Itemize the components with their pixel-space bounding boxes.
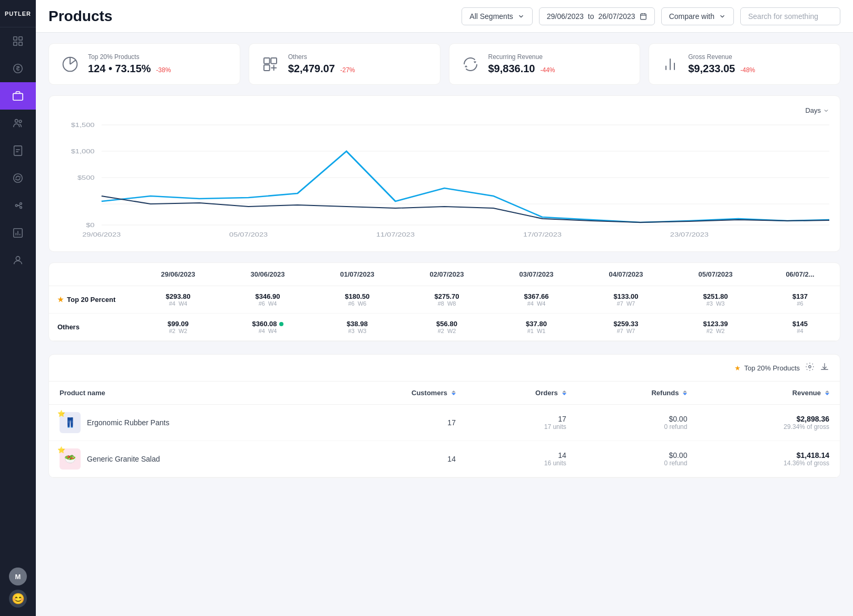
products-table: Product name Customers — [49, 382, 840, 477]
content-area: Top 20% Products 124 • 73.15% -38% Other… — [36, 33, 853, 616]
metric-value-recurring: $9,836.10 — [488, 63, 535, 75]
chevron-down-icon-compare — [719, 13, 726, 20]
sort-icon-orders — [562, 390, 566, 395]
star-badge-1: ⭐ — [57, 446, 65, 454]
metric-label-recurring: Recurring Revenue — [488, 53, 555, 61]
gross-icon — [660, 54, 681, 75]
sidebar-item-dashboard[interactable] — [0, 27, 36, 55]
search-input[interactable]: Search for something — [740, 7, 840, 25]
chart-section: Days $1,500 $1,000 $500 $0 — [48, 95, 840, 252]
app-logo: PUTLER — [0, 0, 36, 27]
header: Products All Segments 29/06/2023 to 26/0… — [36, 0, 853, 33]
svg-rect-0 — [14, 37, 17, 40]
svg-rect-3 — [19, 42, 22, 45]
svg-point-7 — [19, 120, 22, 123]
metric-info-recurring: Recurring Revenue $9,836.10 -44% — [488, 53, 555, 75]
avatar-emoji[interactable]: 😊 — [9, 590, 27, 608]
metric-value-others: $2,479.07 — [288, 63, 335, 75]
date-range-picker[interactable]: 29/06/2023 to 26/07/2023 — [539, 7, 655, 25]
metric-value-row-recurring: $9,836.10 -44% — [488, 63, 555, 75]
metric-change-gross: -48% — [740, 66, 755, 74]
svg-rect-2 — [14, 42, 17, 45]
product-name-text-1: Generic Granite Salad — [87, 455, 160, 463]
svg-text:$1,000: $1,000 — [71, 148, 95, 155]
cell-others-1: $360.08 #4W4 — [223, 314, 312, 341]
svg-rect-1 — [19, 37, 22, 40]
svg-point-11 — [20, 203, 22, 205]
avatar-m[interactable]: M — [9, 568, 27, 585]
product-customers-0: 17 — [327, 405, 466, 441]
col-revenue[interactable]: Revenue — [698, 382, 840, 405]
svg-text:$0: $0 — [86, 222, 94, 229]
metric-info-others: Others $2,479.07 -27% — [288, 53, 355, 75]
sidebar-item-reports[interactable] — [0, 137, 36, 164]
settings-icon[interactable] — [805, 362, 815, 374]
metric-info-top20: Top 20% Products 124 • 73.15% -38% — [88, 53, 171, 75]
svg-text:$1,500: $1,500 — [71, 122, 95, 129]
recurring-icon — [460, 54, 481, 75]
cell-top20-0: $293.80 #4W4 — [133, 286, 223, 314]
svg-point-33 — [809, 366, 811, 368]
cell-top20-2: $180.50 #6W6 — [312, 286, 402, 314]
col-orders[interactable]: Orders — [466, 382, 577, 405]
metric-label-gross: Gross Revenue — [688, 53, 755, 61]
product-orders-0: 17 17 units — [466, 405, 577, 441]
sidebar-item-analytics[interactable] — [0, 219, 36, 247]
svg-point-14 — [16, 257, 19, 260]
col-header-date-0: 29/06/2023 — [133, 263, 223, 286]
svg-point-6 — [15, 120, 18, 123]
cell-others-3: $56.80 #2W2 — [402, 314, 492, 341]
metric-info-gross: Gross Revenue $9,233.05 -48% — [688, 53, 755, 75]
sidebar-item-revenue[interactable] — [0, 55, 36, 82]
sort-icon-customers — [452, 390, 456, 395]
col-customers[interactable]: Customers — [327, 382, 466, 405]
sidebar-item-customers[interactable] — [0, 110, 36, 137]
svg-text:$500: $500 — [77, 174, 94, 181]
product-revenue-0: $2,898.36 29.34% of gross — [698, 405, 840, 441]
cell-top20-6: $251.80 #3W3 — [671, 286, 760, 314]
metric-change-top20: -38% — [156, 66, 171, 74]
product-name-cell-1: ⭐ 🥗 Generic Granite Salad — [49, 441, 327, 477]
data-table-section: 29/06/2023 30/06/2023 01/07/2023 02/07/2… — [48, 262, 840, 341]
svg-rect-8 — [14, 146, 22, 155]
row-label-top20: ★ Top 20 Percent — [49, 286, 133, 314]
col-refunds[interactable]: Refunds — [577, 382, 698, 405]
top20-badge: ★ Top 20% Products — [734, 364, 800, 372]
table-header-row: 29/06/2023 30/06/2023 01/07/2023 02/07/2… — [49, 263, 840, 286]
cell-top20-7: $137 #6 — [760, 286, 840, 314]
sort-icon-refunds — [683, 390, 687, 395]
metric-card-gross: Gross Revenue $9,233.05 -48% — [649, 43, 840, 85]
sidebar-item-subscriptions[interactable] — [0, 164, 36, 192]
svg-text:29/06/2023: 29/06/2023 — [82, 231, 121, 238]
product-customers-1: 14 — [327, 441, 466, 477]
svg-point-9 — [14, 174, 23, 183]
metric-value-row-top20: 124 • 73.15% -38% — [88, 63, 171, 75]
metric-value-top20: 124 • 73.15% — [88, 63, 151, 75]
svg-text:17/07/2023: 17/07/2023 — [523, 231, 562, 238]
products-section: ★ Top 20% Products Product name C — [48, 354, 840, 478]
days-button[interactable]: Days — [805, 106, 829, 114]
sidebar-item-products[interactable] — [0, 82, 36, 110]
cell-others-2: $38.98 #3W3 — [312, 314, 402, 341]
sidebar-item-affiliates[interactable] — [0, 192, 36, 219]
meta-hash: #4 — [169, 300, 175, 307]
cell-others-4: $37.80 #1W1 — [492, 314, 581, 341]
product-row-0: ⭐ 👖 Ergonomic Rubber Pants 17 17 17 uni — [49, 405, 840, 441]
cell-top20-5: $133.00 #7W7 — [581, 286, 671, 314]
svg-point-10 — [15, 204, 17, 207]
metric-card-others: Others $2,479.07 -27% — [249, 43, 440, 85]
col-header-date-5: 04/07/2023 — [581, 263, 671, 286]
compare-button[interactable]: Compare with — [661, 7, 734, 25]
col-header-date-6: 05/07/2023 — [671, 263, 760, 286]
star-badge-0: ⭐ — [57, 410, 65, 417]
sidebar-item-user[interactable] — [0, 247, 36, 274]
star-icon-badge: ★ — [734, 364, 741, 372]
product-row-1: ⭐ 🥗 Generic Granite Salad 14 14 16 unit — [49, 441, 840, 477]
cell-top20-3: $275.70 #8W8 — [402, 286, 492, 314]
svg-text:23/07/2023: 23/07/2023 — [670, 231, 709, 238]
row-label-others-text: Others — [57, 323, 80, 331]
row-label-text: Top 20 Percent — [67, 296, 115, 304]
svg-rect-16 — [264, 58, 270, 64]
segment-dropdown[interactable]: All Segments — [462, 7, 532, 25]
download-icon[interactable] — [820, 362, 829, 374]
